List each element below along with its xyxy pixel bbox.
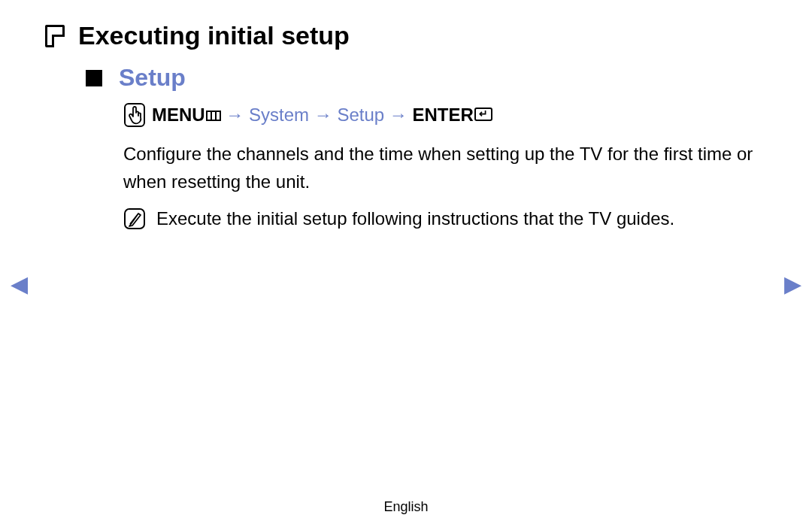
arrow-1: → bbox=[226, 104, 244, 125]
menu-path: MENU → System → Setup → ENTER bbox=[123, 102, 767, 128]
page-title-row: Executing initial setup bbox=[45, 21, 767, 50]
arrow-3: → bbox=[389, 104, 408, 125]
enter-key-icon bbox=[474, 108, 492, 121]
prev-page-button[interactable]: ◀ bbox=[11, 271, 28, 297]
path-setup: Setup bbox=[337, 104, 384, 125]
next-page-button[interactable]: ▶ bbox=[784, 271, 801, 297]
section-row: Setup bbox=[45, 64, 767, 92]
menu-grid-icon bbox=[206, 111, 221, 121]
footer-language: English bbox=[0, 499, 812, 515]
bookmark-icon bbox=[45, 25, 65, 47]
note-row: Execute the initial setup following inst… bbox=[123, 204, 767, 232]
note-text: Execute the initial setup following inst… bbox=[156, 204, 674, 232]
section-bullet-icon bbox=[86, 70, 102, 86]
menu-label: MENU bbox=[152, 104, 205, 125]
arrow-2: → bbox=[314, 104, 332, 125]
path-system: System bbox=[249, 104, 309, 125]
body-paragraph: Configure the channels and the time when… bbox=[123, 140, 767, 195]
hand-pointer-icon bbox=[123, 102, 146, 128]
page-title: Executing initial setup bbox=[78, 21, 350, 50]
enter-label: ENTER bbox=[412, 104, 473, 125]
section-title: Setup bbox=[119, 64, 186, 92]
note-icon bbox=[123, 207, 146, 230]
